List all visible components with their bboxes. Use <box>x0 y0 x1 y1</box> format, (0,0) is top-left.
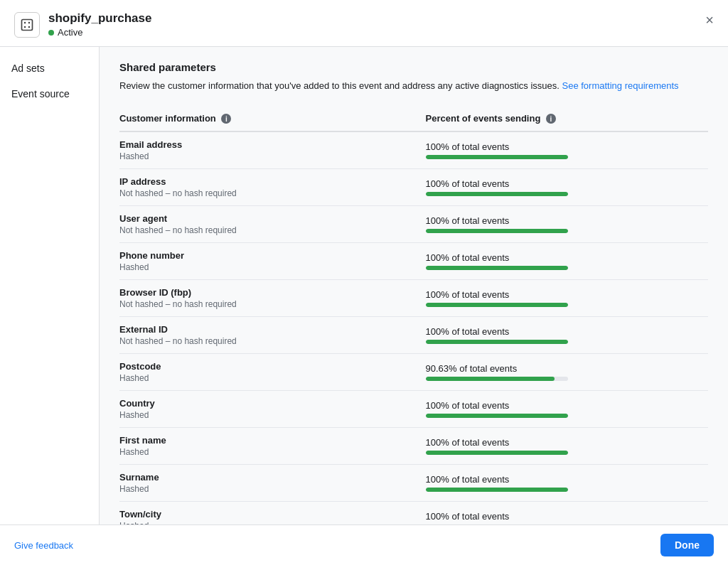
table-row: First name Hashed 100% of total events <box>119 428 708 465</box>
param-percent-cell: 100% of total events <box>426 169 708 206</box>
percent-text: 100% of total events <box>426 141 708 152</box>
main-content: Shared parameters Review the customer in… <box>100 47 728 524</box>
percent-cell: 100% of total events <box>426 400 708 418</box>
param-hash: Not hashed – no hash required <box>119 299 426 309</box>
percent-text: 100% of total events <box>426 326 708 337</box>
param-name-cell: Postcode Hashed <box>119 354 426 391</box>
param-name-cell: IP address Not hashed – no hash required <box>119 169 426 206</box>
give-feedback-button[interactable]: Give feedback <box>14 540 73 551</box>
progress-bar-fill <box>426 414 568 418</box>
param-name-cell: Country Hashed <box>119 391 426 428</box>
progress-bar-fill <box>426 340 568 344</box>
param-name-cell: External ID Not hashed – no hash require… <box>119 317 426 354</box>
param-percent-cell: 100% of total events <box>426 243 708 280</box>
sidebar-item-event-source[interactable]: Event source <box>0 81 99 107</box>
table-row: Phone number Hashed 100% of total events <box>119 243 708 280</box>
svg-point-1 <box>24 21 26 23</box>
status-dot <box>48 30 54 36</box>
customer-info-icon[interactable]: i <box>221 114 231 124</box>
progress-bar-bg <box>426 377 568 381</box>
sidebar-item-ad-sets[interactable]: Ad sets <box>0 55 99 81</box>
done-button[interactable]: Done <box>660 534 714 556</box>
percent-text: 100% of total events <box>426 289 708 300</box>
param-name-cell: First name Hashed <box>119 428 426 465</box>
percent-cell: 100% of total events <box>426 178 708 196</box>
param-percent-cell: 100% of total events <box>426 502 708 524</box>
param-hash: Hashed <box>119 262 426 272</box>
percent-info-icon[interactable]: i <box>546 114 556 124</box>
modal-footer: Give feedback Done <box>0 524 728 565</box>
progress-bar-fill <box>426 266 568 270</box>
modal-body: Ad sets Event source Shared parameters R… <box>0 47 728 524</box>
modal: shopify_purchase Active × Ad sets Event … <box>0 0 728 565</box>
param-percent-cell: 100% of total events <box>426 465 708 502</box>
param-percent-cell: 100% of total events <box>426 391 708 428</box>
percent-text: 100% of total events <box>426 178 708 189</box>
percent-cell: 100% of total events <box>426 437 708 455</box>
percent-text: 100% of total events <box>426 474 708 485</box>
table-row: External ID Not hashed – no hash require… <box>119 317 708 354</box>
percent-cell: 100% of total events <box>426 141 708 159</box>
param-name: External ID <box>119 324 426 335</box>
percent-text: 100% of total events <box>426 215 708 226</box>
param-name-cell: User agent Not hashed – no hash required <box>119 206 426 243</box>
percent-cell: 100% of total events <box>426 474 708 492</box>
percent-cell: 100% of total events <box>426 326 708 344</box>
svg-point-3 <box>24 26 26 28</box>
table-row: IP address Not hashed – no hash required… <box>119 169 708 206</box>
formatting-link[interactable]: See formatting requirements <box>562 80 679 91</box>
progress-bar-bg <box>426 229 568 233</box>
progress-bar-bg <box>426 414 568 418</box>
param-percent-cell: 100% of total events <box>426 428 708 465</box>
progress-bar-bg <box>426 266 568 270</box>
percent-text: 100% of total events <box>426 437 708 448</box>
param-name: Email address <box>119 139 426 150</box>
progress-bar-bg <box>426 303 568 307</box>
svg-point-4 <box>28 26 31 28</box>
header-title-group: shopify_purchase Active <box>48 11 152 38</box>
param-percent-cell: 100% of total events <box>426 206 708 243</box>
table-row: Browser ID (fbp) Not hashed – no hash re… <box>119 280 708 317</box>
percent-cell: 100% of total events <box>426 289 708 307</box>
param-name: Country <box>119 398 426 409</box>
progress-bar-fill <box>426 451 568 455</box>
progress-bar-bg <box>426 451 568 455</box>
svg-rect-0 <box>22 19 33 30</box>
progress-bar-bg <box>426 488 568 492</box>
param-name: Town/city <box>119 509 426 520</box>
close-button[interactable]: × <box>702 10 717 30</box>
table-row: Email address Hashed 100% of total event… <box>119 131 708 169</box>
percent-cell: 90.63% of total events <box>426 363 708 381</box>
progress-bar-bg <box>426 340 568 344</box>
progress-bar-bg <box>426 155 568 159</box>
section-title: Shared parameters <box>119 61 708 73</box>
progress-bar-fill <box>426 229 568 233</box>
param-name: Browser ID (fbp) <box>119 287 426 298</box>
params-table: Customer information i Percent of events… <box>119 107 708 525</box>
table-row: Surname Hashed 100% of total events <box>119 465 708 502</box>
modal-status: Active <box>48 27 152 38</box>
param-percent-cell: 100% of total events <box>426 280 708 317</box>
percent-text: 90.63% of total events <box>426 363 708 374</box>
progress-bar-fill <box>426 377 555 381</box>
table-header-row: Customer information i Percent of events… <box>119 107 708 132</box>
param-hash: Not hashed – no hash required <box>119 336 426 346</box>
param-percent-cell: 100% of total events <box>426 131 708 169</box>
progress-bar-fill <box>426 155 568 159</box>
progress-bar-bg <box>426 192 568 196</box>
param-name: IP address <box>119 176 426 187</box>
svg-point-2 <box>28 21 31 23</box>
section-description: Review the customer information that you… <box>119 79 708 93</box>
param-hash: Hashed <box>119 410 426 420</box>
param-name: First name <box>119 435 426 446</box>
percent-cell: 100% of total events <box>426 215 708 233</box>
progress-bar-fill <box>426 303 568 307</box>
table-row: Country Hashed 100% of total events <box>119 391 708 428</box>
sidebar: Ad sets Event source <box>0 47 100 524</box>
modal-header: shopify_purchase Active × <box>0 0 728 47</box>
percent-text: 100% of total events <box>426 511 708 522</box>
table-row: Town/city Hashed 100% of total events <box>119 502 708 524</box>
table-row: Postcode Hashed 90.63% of total events <box>119 354 708 391</box>
table-row: User agent Not hashed – no hash required… <box>119 206 708 243</box>
param-hash: Hashed <box>119 151 426 161</box>
